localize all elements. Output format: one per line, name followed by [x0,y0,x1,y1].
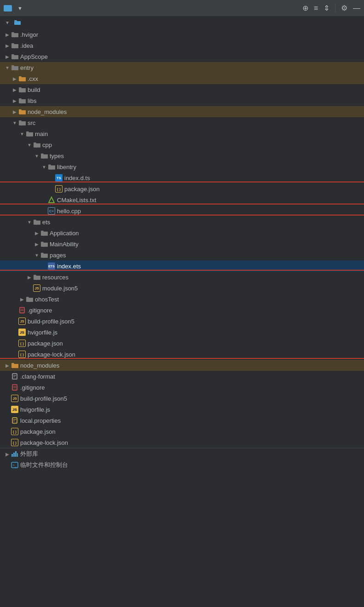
add-icon[interactable]: ⊕ [302,4,308,12]
folder-icon [26,295,33,303]
expand-arrow-icon[interactable] [40,163,48,170]
expand-arrow-icon[interactable] [4,362,11,369]
json-icon: { } [11,439,18,446]
bottom-item-external_libs[interactable]: 外部库 [0,448,364,460]
bottom-item-temp_files[interactable]: >_临时文件和控制台 [0,460,364,471]
tree-item-clang_format[interactable]: .clang-format [0,371,364,382]
item-label: package-lock.json [20,439,68,446]
gitignore-icon [18,306,26,314]
tree-item-package_json_entry[interactable]: { }package.json [0,338,364,349]
item-label: hvigorfile.js [20,406,50,413]
bottom-container: 外部库>_临时文件和控制台 [0,448,364,471]
ets-icon: ETS [48,262,55,270]
tree-item-mainability[interactable]: MainAbility [0,238,364,250]
tree-item-cxx[interactable]: .cxx [0,73,364,84]
tree-item-package_lock_json_entry[interactable]: { }package-lock.json [0,349,364,360]
folder-icon [18,86,26,93]
list-icon[interactable]: ≡ [314,4,318,12]
item-label: package.json [20,428,56,435]
tree-item-package_json_root[interactable]: { }package.json [0,426,364,437]
expand-arrow-icon[interactable] [4,64,11,71]
folder-icon [18,119,26,126]
tree-item-types[interactable]: types [0,150,364,161]
item-label: Application [50,230,79,237]
root-arrow-icon [4,19,11,27]
expand-arrow-icon[interactable] [18,130,26,137]
tree-item-application[interactable]: Application [0,227,364,238]
tree-item-resources[interactable]: resources [0,272,364,283]
expand-arrow-icon[interactable] [33,152,40,159]
expand-arrow-icon[interactable] [11,97,18,104]
expand-arrow-icon[interactable] [4,31,11,38]
tree-item-index_d_ts[interactable]: TSindex.d.ts [0,172,364,183]
tree-item-index_ets[interactable]: ETSindex.ets [0,261,364,272]
item-label: build-profile.json5 [28,318,74,325]
item-label: hvigorfile.js [28,329,57,336]
expand-arrow-icon[interactable] [4,42,11,49]
tree-item-hvigor[interactable]: .hvigor [0,29,364,40]
tree-item-package_json_libentry[interactable]: { }package.json [0,183,364,194]
item-label: build-profile.json5 [20,395,67,402]
item-label: 外部库 [20,450,38,458]
folder-icon [40,240,48,248]
expand-arrow-icon[interactable] [26,218,33,226]
tree-item-pages[interactable]: pages [0,250,364,261]
expand-arrow-icon[interactable] [11,119,18,126]
tree-item-build[interactable]: build [0,84,364,95]
expand-arrow-icon[interactable] [11,86,18,93]
expand-arrow-icon[interactable] [33,229,40,237]
tree-item-node_modules_entry[interactable]: node_modules [0,106,364,117]
expand-arrow-icon[interactable] [26,273,33,281]
item-label: .idea [20,42,33,49]
tree-container: .hvigor.ideaAppScopeentry.cxxbuildlibsno… [0,29,364,448]
tree-item-cmakelists[interactable]: CMakeLists.txt [0,194,364,205]
tree-item-gitignore_root[interactable]: .gitignore [0,382,364,393]
tree-item-ohostest[interactable]: ohosTest [0,294,364,305]
minimize-icon[interactable]: — [353,4,360,12]
expand-arrow-icon[interactable] [4,450,11,458]
collapse-icon[interactable]: ⇕ [324,4,330,12]
toolbar-right: ⊕ ≡ ⇕ ⚙ — [302,4,360,12]
tree-item-module_json5[interactable]: J5module.json5 [0,283,364,294]
tree-item-entry[interactable]: entry [0,62,364,73]
tree-item-main[interactable]: main [0,128,364,139]
tree-item-build_profile_json5_entry[interactable]: J5build-profile.json5 [0,316,364,327]
tree-item-hvigorfile_js_entry[interactable]: JShvigorfile.js [0,327,364,338]
svg-rect-0 [14,20,17,21]
tree-item-idea[interactable]: .idea [0,40,364,51]
tree-item-node_modules_root[interactable]: node_modules [0,360,364,371]
item-label: module.json5 [42,285,78,292]
expand-arrow-icon[interactable] [4,53,11,60]
item-label: libentry [57,164,76,170]
tree-item-libs[interactable]: libs [0,95,364,106]
expand-arrow-icon[interactable] [33,240,40,248]
item-label: src [28,119,35,126]
tree-item-libentry[interactable]: libentry [0,161,364,172]
tree-item-cpp[interactable]: cpp [0,139,364,150]
expand-arrow-icon[interactable] [26,141,33,148]
tree-item-appscope[interactable]: AppScope [0,51,364,62]
expand-arrow-icon[interactable] [11,75,18,82]
folder-icon [48,163,55,170]
settings-icon[interactable]: ⚙ [341,4,347,12]
expand-arrow-icon[interactable] [18,295,26,303]
svg-rect-9 [12,385,17,390]
underline-indicator [0,215,364,216]
item-label: .cxx [28,75,38,82]
svg-rect-1 [14,21,21,25]
project-root[interactable] [0,17,364,29]
expand-arrow-icon[interactable] [11,108,18,115]
folder-icon [11,64,18,71]
expand-arrow-icon[interactable] [33,251,40,259]
item-label: local.properties [20,417,61,424]
tree-item-package_lock_json_root[interactable]: { }package-lock.json [0,437,364,448]
tree-item-local_properties[interactable]: local.properties [0,415,364,426]
item-label: package-lock.json [28,351,75,358]
tree-item-hvigorfile_js_root[interactable]: JShvigorfile.js [0,404,364,415]
tree-item-hello_cpp[interactable]: C+hello.cpp [0,205,364,216]
dropdown-arrow-icon[interactable]: ▼ [17,6,23,11]
tree-item-ets[interactable]: ets [0,216,364,227]
tree-item-build_profile_json5_root[interactable]: J5build-profile.json5 [0,393,364,404]
tree-item-src[interactable]: src [0,117,364,128]
tree-item-gitignore_entry[interactable]: .gitignore [0,305,364,316]
